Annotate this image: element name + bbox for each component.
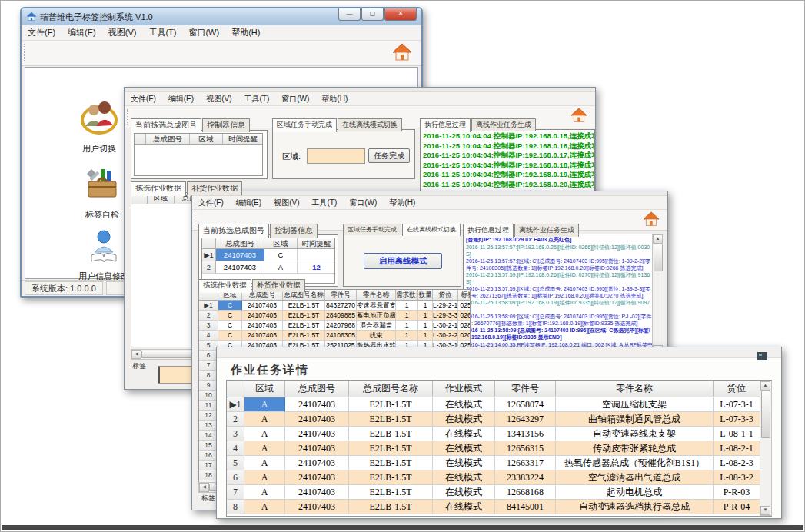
grid-cell[interactable]: 23383224 [495, 470, 556, 485]
window4-titlebar[interactable] [217, 347, 781, 358]
table-row[interactable]: 2A24107403E2LB-1.5T在线模式12643297曲轴箱强制通风管总… [227, 412, 771, 427]
menu-item[interactable]: 编辑(E) [62, 25, 102, 40]
grid-cell[interactable]: E2LB-1.5T [283, 301, 325, 311]
home-icon[interactable] [392, 43, 412, 65]
grid-cell[interactable]: E2LB-1.5T [283, 321, 325, 331]
menu-item[interactable]: 文件(F) [125, 92, 162, 106]
menu-item[interactable]: 视图(V) [102, 25, 143, 40]
grid-cell[interactable]: 在线模式 [433, 427, 495, 441]
grid-cell[interactable]: 0285 [458, 321, 471, 331]
grid-cell[interactable]: 总成图号 [285, 381, 349, 397]
table-row[interactable]: ▶1C24107403E2LB-1.5T84327270变速器悬置支架…11L-… [199, 301, 470, 311]
grid-cell[interactable]: 1 [418, 331, 433, 341]
grid-cell[interactable]: 区域 [264, 238, 298, 249]
grid-cell[interactable]: E2LB-1.5T [349, 397, 433, 412]
tab-active[interactable]: 拣选作业数据 [131, 181, 186, 196]
home-icon[interactable] [570, 108, 587, 126]
grid-cell[interactable]: 零件号 [495, 381, 556, 397]
task-done-button[interactable]: 任务完成 [368, 148, 410, 163]
menu-item[interactable]: 帮助(H) [383, 196, 421, 210]
grid-cell[interactable]: C [218, 301, 242, 311]
grid-cell[interactable]: 传动皮带张紧轮总成 [556, 441, 714, 456]
grid-cell[interactable]: 4 [199, 331, 218, 341]
grid-cell[interactable]: 自动变速器线束支架 [556, 427, 714, 441]
grid-cell[interactable]: 0256 [458, 301, 471, 311]
grid-cell[interactable]: 零件名称 [357, 290, 396, 301]
grid-cell[interactable]: E2LB-1.5T [349, 412, 433, 427]
table-row[interactable]: 2C24107403E2LB-1.5T28409885蓄电池正负极电…11L-2… [199, 311, 470, 321]
table-row[interactable]: 5A24107403E2LB-1.5T在线模式12663317热氧传感器总成（预… [227, 456, 771, 470]
grid-cell[interactable]: 起动电机总成 [556, 485, 714, 500]
table-row[interactable]: ▶1A24107403E2LB-1.5T在线模式12658074空调压缩机支架L… [227, 397, 771, 412]
grid-cell[interactable]: 作业模式 [433, 381, 495, 397]
grid-cell[interactable]: E2LB-1.5T [349, 470, 433, 485]
grid-cell[interactable]: 需求数量 [396, 290, 418, 301]
menu-item[interactable]: 文件(F) [192, 196, 230, 210]
grid-cell[interactable]: 2 [199, 311, 218, 321]
home-icon[interactable] [643, 211, 660, 230]
grid-cell[interactable]: 3 [199, 321, 218, 331]
grid-cell[interactable] [227, 381, 244, 397]
grid-cell[interactable]: 24107403 [242, 301, 283, 311]
tab-active[interactable]: 拣选作业数据 [198, 279, 251, 293]
grid-cell[interactable]: A [244, 441, 285, 456]
grid-cell[interactable]: 热氧传感器总成（预催化剂B1S1） [556, 456, 714, 470]
grid-cell[interactable]: 在线模式 [433, 500, 495, 514]
grid-cell[interactable]: P-R-04 [714, 500, 760, 514]
grid-cell[interactable]: 空调压缩机支架 [556, 397, 714, 412]
grid-cell[interactable]: E2LB-1.5T [283, 331, 325, 341]
menu-item[interactable]: 窗口(W) [275, 92, 315, 106]
grid-cell[interactable] [202, 238, 216, 249]
tab-inactive[interactable]: 控制器信息 [202, 118, 250, 132]
area-input[interactable] [307, 148, 365, 164]
grid-cell[interactable]: A [244, 485, 285, 500]
grid-cell[interactable]: 24107403 [285, 470, 349, 485]
menu-item[interactable]: 视图(V) [268, 196, 305, 210]
tab-inactive[interactable]: 区域任务手动完成 [343, 224, 401, 235]
grid-cell[interactable]: 1 [396, 321, 418, 331]
close-button[interactable]: ✕ [384, 8, 417, 21]
grid-cell[interactable]: L-08-2-1 [714, 441, 760, 456]
grid-cell[interactable]: 1 [396, 331, 418, 341]
grid-cell[interactable]: 0261 [458, 311, 471, 321]
grid-cell[interactable]: 在线模式 [433, 441, 495, 456]
grid-cell[interactable]: 1 [396, 301, 418, 311]
grid-cell[interactable]: 24106305 [325, 331, 357, 341]
menu-item[interactable]: 窗口(W) [182, 25, 225, 40]
grid-cell[interactable]: 蓄电池正负极电… [357, 311, 396, 321]
grid-cell[interactable]: E2LB-1.5T [349, 485, 433, 500]
grid-cell[interactable]: 12643297 [495, 412, 556, 427]
menu-item[interactable]: 工具(T) [238, 92, 275, 106]
grid-cell[interactable]: 3 [227, 427, 244, 441]
tab-inactive[interactable]: 在线离线模式切换 [338, 118, 402, 131]
grid-cell[interactable]: L-07-3-3 [714, 412, 760, 427]
grid-cell[interactable]: 在线模式 [433, 485, 495, 500]
grid-cell[interactable]: C [218, 311, 242, 321]
tab-active[interactable]: 执行信息过程 [463, 224, 514, 238]
grid-cell[interactable]: 24107403 [285, 456, 349, 470]
table-row[interactable]: 6A24107403E2LB-1.5T在线模式23383224空气滤清器出气道总… [227, 470, 771, 485]
grid-cell[interactable]: 12 [298, 261, 335, 274]
grid-cell[interactable]: P-R-03 [714, 485, 760, 500]
grid-cell[interactable]: A [244, 397, 285, 412]
grid-cell[interactable]: L-29-3-3 [433, 311, 458, 321]
enable-offline-mode-button[interactable]: 启用离线模式 [364, 253, 442, 269]
grid-cell[interactable]: E2LB-1.5T [349, 500, 433, 514]
grid-cell[interactable]: 1 [418, 321, 433, 331]
menu-item[interactable]: 文件(F) [22, 25, 62, 40]
grid-cell[interactable]: L-30-2-1 [433, 321, 458, 331]
grid-cell[interactable]: ▶1 [199, 301, 218, 311]
tab-inactive[interactable]: 离线作业任务生成 [514, 224, 579, 237]
grid-cell[interactable]: 在线模式 [433, 456, 495, 470]
grid-cell[interactable]: 在线模式 [433, 470, 495, 485]
grid-cell[interactable]: 货位 [433, 290, 458, 301]
grid-cell[interactable]: 12663317 [495, 456, 556, 470]
grid-cell[interactable]: 时间提醒 [298, 238, 335, 249]
grid-cell[interactable]: L-30-2-2 [433, 331, 458, 341]
vertical-scrollbar[interactable]: ▲ ▼ [760, 381, 772, 516]
grid-cell[interactable]: 24207968 [325, 321, 357, 331]
grid-cell[interactable]: 12656315 [495, 441, 556, 456]
grid-cell[interactable]: 变速器悬置支架… [357, 301, 396, 311]
table-row[interactable]: 7A24107403E2LB-1.5T在线模式12668168起动电机总成P-R… [227, 485, 771, 500]
maximize-button[interactable]: ▢ [361, 8, 384, 21]
